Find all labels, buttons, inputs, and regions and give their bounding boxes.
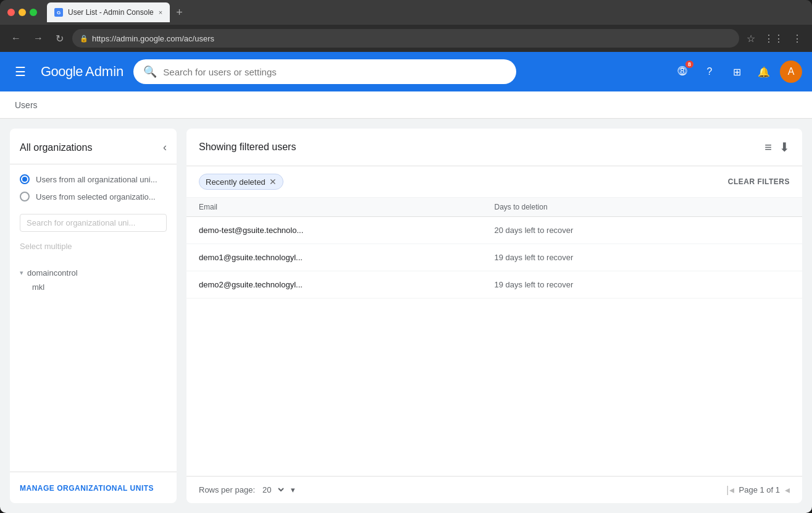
breadcrumb-label: Users — [15, 100, 38, 110]
recently-deleted-chip[interactable]: Recently deleted ✕ — [199, 174, 283, 190]
table-row[interactable]: demo-test@gsuite.technolo... 20 days lef… — [186, 217, 802, 244]
radio-all-orgs-label: Users from all organizational uni... — [36, 175, 157, 184]
download-icon[interactable]: ⬇ — [779, 140, 790, 155]
minimize-traffic-light[interactable] — [19, 9, 26, 16]
breadcrumb: Users — [0, 91, 812, 119]
notification-bell-btn[interactable]: 🔔 — [753, 61, 775, 83]
bell-icon: 🔔 — [758, 66, 770, 78]
help-icon: ? — [707, 66, 713, 77]
cell-email: demo-test@gsuite.technolo... — [199, 226, 495, 235]
more-options-icon[interactable]: ⋮ — [790, 30, 805, 47]
cell-days: 20 days left to recover — [495, 226, 790, 235]
close-traffic-light[interactable] — [7, 9, 15, 16]
first-page-btn[interactable]: |◂ — [726, 484, 734, 496]
radio-selected-orgs[interactable]: Users from selected organizatio... — [20, 192, 167, 201]
help-btn[interactable]: ? — [698, 61, 721, 83]
search-icon: 🔍 — [143, 65, 157, 78]
hamburger-menu[interactable]: ☰ — [10, 59, 31, 84]
address-bar[interactable]: 🔒 https://admin.google.com/ac/users — [72, 29, 739, 48]
search-input[interactable] — [163, 67, 506, 77]
sort-users-icon[interactable]: ≡ — [764, 140, 772, 155]
forward-button[interactable]: → — [30, 30, 47, 46]
tab-favicon: G — [54, 8, 63, 17]
apps-grid-icon: ⊞ — [733, 66, 741, 78]
star-icon[interactable]: ☆ — [744, 30, 758, 47]
chip-remove-btn[interactable]: ✕ — [269, 177, 277, 187]
cell-email: demo2@gsuite.technologyl... — [199, 280, 495, 289]
org-item-mkl[interactable]: mkl — [20, 280, 167, 294]
org-search-input[interactable]: Search for organizational uni... — [20, 214, 167, 232]
clear-filters-btn[interactable]: CLEAR FILTERS — [728, 177, 790, 186]
org-panel-title: All organizations — [20, 142, 92, 153]
org-tree: ▾ domaincontrol mkl — [20, 266, 167, 294]
apps-btn[interactable]: ⊞ — [726, 61, 748, 83]
cell-email: demo1@gsuite.technologyl... — [199, 253, 495, 262]
search-bar[interactable]: 🔍 — [133, 59, 516, 84]
org-child-label: mkl — [32, 282, 44, 292]
radio-selected-orgs-circle — [20, 192, 30, 201]
filters-row: Recently deleted ✕ CLEAR FILTERS — [186, 166, 802, 198]
table-footer: Rows per page: 20 50 100 ▾ |◂ Page 1 of … — [186, 476, 802, 503]
badge-icon: ⓼ — [677, 66, 687, 77]
refresh-button[interactable]: ↻ — [52, 30, 67, 47]
col-email-header: Email — [199, 203, 495, 211]
google-logo-text: Google — [41, 64, 83, 80]
org-search-placeholder: Search for organizational uni... — [27, 218, 135, 227]
users-panel: Showing filtered users ≡ ⬇ Recently dele… — [186, 129, 802, 503]
select-multiple-label[interactable]: Select multiple — [20, 242, 167, 251]
org-expand-icon: ▾ — [20, 269, 23, 277]
rows-per-page-label: Rows per page: — [199, 485, 255, 494]
cell-days: 19 days left to recover — [495, 280, 790, 289]
tab-close-btn[interactable]: × — [159, 9, 162, 16]
back-button[interactable]: ← — [7, 30, 25, 46]
org-item-label: domaincontrol — [27, 268, 78, 278]
notifications-badge-btn[interactable]: ⓼ — [671, 61, 693, 83]
extension-icon[interactable]: ⋮⋮ — [761, 30, 786, 47]
tab-title: User List - Admin Console — [68, 8, 154, 17]
org-item-domaincontrol[interactable]: ▾ domaincontrol — [20, 266, 167, 280]
users-table: demo-test@gsuite.technolo... 20 days lef… — [186, 217, 802, 476]
maximize-traffic-light[interactable] — [30, 9, 37, 16]
browser-tab-active[interactable]: G User List - Admin Console × — [47, 2, 170, 22]
prev-page-btn[interactable]: ◂ — [785, 484, 790, 496]
table-row[interactable]: demo1@gsuite.technologyl... 19 days left… — [186, 244, 802, 271]
admin-logo-text: Admin — [85, 64, 123, 80]
chip-label: Recently deleted — [206, 177, 266, 187]
radio-selected-orgs-label: Users from selected organizatio... — [36, 192, 156, 201]
url-display: https://admin.google.com/ac/users — [92, 34, 732, 43]
cell-days: 19 days left to recover — [495, 253, 790, 262]
users-panel-title: Showing filtered users — [199, 142, 296, 153]
org-panel: All organizations ‹ Users from all organ… — [10, 129, 177, 503]
lock-icon: 🔒 — [80, 35, 88, 43]
pagination: |◂ Page 1 of 1 ◂ — [726, 484, 790, 496]
radio-all-orgs[interactable]: Users from all organizational uni... — [20, 174, 167, 184]
page-indicator: Page 1 of 1 — [739, 485, 781, 494]
table-row[interactable]: demo2@gsuite.technologyl... 19 days left… — [186, 271, 802, 299]
app-logo: Google Admin — [41, 64, 123, 80]
new-tab-button[interactable]: + — [172, 6, 186, 19]
collapse-panel-btn[interactable]: ‹ — [163, 141, 167, 154]
rows-per-page-select[interactable]: 20 50 100 — [260, 485, 286, 495]
col-days-header: Days to deletion — [495, 203, 790, 211]
user-avatar[interactable]: A — [780, 61, 802, 83]
manage-org-units-link[interactable]: MANAGE ORGANIZATIONAL UNITS — [20, 484, 154, 493]
rows-dropdown-arrow: ▾ — [291, 485, 295, 494]
radio-all-orgs-circle — [20, 174, 30, 184]
table-header: Email Days to deletion — [186, 198, 802, 217]
